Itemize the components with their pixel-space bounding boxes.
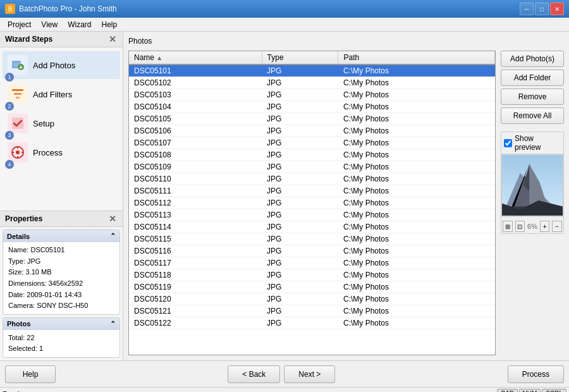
- svg-rect-6: [16, 97, 20, 99]
- wizard-step-setup[interactable]: 3 Setup: [3, 109, 120, 137]
- wizard-step-add-filters[interactable]: 2 Add Filters: [3, 80, 120, 108]
- wizard-step-add-photos[interactable]: + 1 Add Photos: [3, 51, 120, 79]
- menu-project[interactable]: Project: [3, 19, 36, 30]
- close-button[interactable]: ✕: [550, 3, 564, 15]
- table-row[interactable]: DSC05112 JPG C:\My Photos: [129, 197, 495, 209]
- photos-table: Name ▲ Type Path DSC05101 JPG C:\My Phot…: [129, 51, 495, 329]
- table-row[interactable]: DSC05109 JPG C:\My Photos: [129, 161, 495, 173]
- menu-view[interactable]: View: [36, 19, 63, 30]
- table-row[interactable]: DSC05101 JPG C:\My Photos: [129, 64, 495, 77]
- table-row[interactable]: DSC05119 JPG C:\My Photos: [129, 281, 495, 293]
- cell-path: C:\My Photos: [338, 281, 495, 293]
- cell-path: C:\My Photos: [338, 257, 495, 269]
- cell-path: C:\My Photos: [338, 233, 495, 245]
- table-row[interactable]: DSC05113 JPG C:\My Photos: [129, 209, 495, 221]
- sidebar: Wizard Steps ✕ + 1 Add Pho: [0, 32, 123, 360]
- table-row[interactable]: DSC05118 JPG C:\My Photos: [129, 269, 495, 281]
- details-collapse-icon: ⌃: [110, 232, 116, 240]
- remove-button[interactable]: Remove: [501, 89, 564, 105]
- cell-name: DSC05103: [129, 89, 262, 101]
- preview-fit-button[interactable]: ⊞: [503, 221, 513, 232]
- table-row[interactable]: DSC05115 JPG C:\My Photos: [129, 233, 495, 245]
- table-row[interactable]: DSC05117 JPG C:\My Photos: [129, 257, 495, 269]
- cell-path: C:\My Photos: [338, 161, 495, 173]
- table-row[interactable]: DSC05108 JPG C:\My Photos: [129, 149, 495, 161]
- help-button[interactable]: Help: [5, 365, 56, 383]
- cell-name: DSC05120: [129, 293, 262, 305]
- preview-zoom-out-button[interactable]: −: [552, 221, 562, 232]
- minimize-button[interactable]: ─: [520, 3, 534, 15]
- preview-zoom-in-button[interactable]: +: [540, 221, 550, 232]
- right-nav-buttons: Process: [508, 365, 564, 383]
- wizard-step-process[interactable]: 4 Process: [3, 138, 120, 166]
- remove-all-button[interactable]: Remove All: [501, 107, 564, 124]
- back-button[interactable]: < Back: [228, 365, 280, 383]
- cell-type: JPG: [262, 305, 338, 317]
- status-text: Ready: [3, 390, 23, 393]
- add-folder-button[interactable]: Add Folder: [501, 70, 564, 86]
- col-header-name[interactable]: Name ▲: [129, 51, 262, 64]
- table-row[interactable]: DSC05106 JPG C:\My Photos: [129, 125, 495, 137]
- step-icon-add-filters: [8, 84, 28, 104]
- preview-actual-button[interactable]: ⊡: [515, 221, 525, 232]
- next-button[interactable]: Next >: [284, 365, 335, 383]
- step-label-process: Process: [33, 148, 63, 157]
- preview-area: Show preview: [501, 132, 564, 234]
- cell-type: JPG: [262, 101, 338, 113]
- table-row[interactable]: DSC05110 JPG C:\My Photos: [129, 173, 495, 185]
- wizard-steps-list: + 1 Add Photos: [0, 47, 123, 211]
- photos-stats-header[interactable]: Photos ⌃: [3, 318, 119, 330]
- show-preview-checkbox[interactable]: [504, 139, 512, 147]
- cell-name: DSC05113: [129, 209, 262, 221]
- cell-path: C:\My Photos: [338, 269, 495, 281]
- table-row[interactable]: DSC05122 JPG C:\My Photos: [129, 317, 495, 329]
- cell-name: DSC05114: [129, 221, 262, 233]
- center-nav-buttons: < Back Next >: [228, 365, 335, 383]
- table-row[interactable]: DSC05121 JPG C:\My Photos: [129, 305, 495, 317]
- cell-name: DSC05116: [129, 245, 262, 257]
- detail-camera: Camera: SONY DSC-H50: [8, 300, 114, 312]
- cell-name: DSC05119: [129, 281, 262, 293]
- photos-total: Total: 22: [8, 333, 114, 344]
- cell-type: JPG: [262, 161, 338, 173]
- process-button[interactable]: Process: [508, 365, 564, 383]
- cell-path: C:\My Photos: [338, 64, 495, 77]
- details-panel-header[interactable]: Details ⌃: [3, 230, 119, 242]
- maximize-button[interactable]: □: [535, 3, 549, 15]
- table-row[interactable]: DSC05111 JPG C:\My Photos: [129, 185, 495, 197]
- cell-name: DSC05109: [129, 161, 262, 173]
- photos-table-container[interactable]: Name ▲ Type Path DSC05101 JPG C:\My Phot…: [128, 51, 496, 355]
- table-row[interactable]: DSC05114 JPG C:\My Photos: [129, 221, 495, 233]
- cell-path: C:\My Photos: [338, 89, 495, 101]
- col-header-path[interactable]: Path: [338, 51, 495, 64]
- menu-wizard[interactable]: Wizard: [63, 19, 96, 30]
- col-header-type[interactable]: Type: [262, 51, 338, 64]
- wizard-steps-close[interactable]: ✕: [107, 34, 118, 44]
- menu-help[interactable]: Help: [97, 19, 123, 30]
- table-row[interactable]: DSC05120 JPG C:\My Photos: [129, 293, 495, 305]
- table-row[interactable]: DSC05102 JPG C:\My Photos: [129, 77, 495, 89]
- cell-type: JPG: [262, 77, 338, 89]
- table-row[interactable]: DSC05107 JPG C:\My Photos: [129, 137, 495, 149]
- app-title: BatchPhoto Pro - John Smith: [19, 4, 117, 13]
- bottom-buttons-bar: Help < Back Next > Process: [0, 360, 569, 387]
- cell-type: JPG: [262, 209, 338, 221]
- properties-close[interactable]: ✕: [107, 214, 118, 224]
- cell-path: C:\My Photos: [338, 245, 495, 257]
- wizard-steps-header: Wizard Steps ✕: [0, 32, 123, 47]
- step-label-add-photos: Add Photos: [33, 61, 75, 70]
- show-preview-checkbox-row[interactable]: Show preview: [501, 132, 563, 154]
- cell-path: C:\My Photos: [338, 293, 495, 305]
- step-label-add-filters: Add Filters: [33, 90, 72, 99]
- table-row[interactable]: DSC05104 JPG C:\My Photos: [129, 101, 495, 113]
- detail-dimensions: Dimensions: 3456x2592: [8, 278, 114, 290]
- show-preview-label: Show preview: [515, 134, 561, 152]
- status-bar: Ready CAP NUM SCRL: [0, 387, 569, 392]
- add-photos-button[interactable]: Add Photo(s): [501, 51, 564, 67]
- cell-path: C:\My Photos: [338, 221, 495, 233]
- cell-type: JPG: [262, 245, 338, 257]
- table-row[interactable]: DSC05105 JPG C:\My Photos: [129, 113, 495, 125]
- table-row[interactable]: DSC05103 JPG C:\My Photos: [129, 89, 495, 101]
- table-row[interactable]: DSC05116 JPG C:\My Photos: [129, 245, 495, 257]
- cell-name: DSC05101: [129, 64, 262, 77]
